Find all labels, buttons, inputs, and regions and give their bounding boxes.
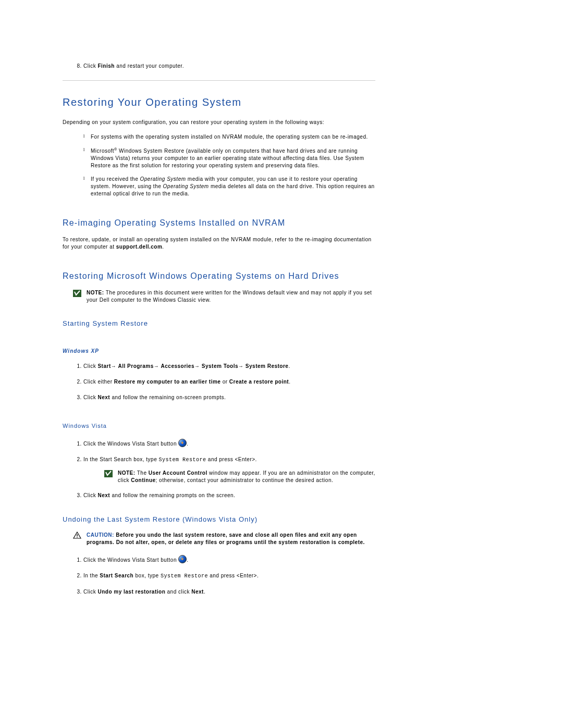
text: and follow the remaining prompts on the … [110,492,235,498]
code-text: System Restore [159,457,206,463]
text-bold: Accessories [161,363,194,369]
caution-text: CAUTION: Before you undo the last system… [87,532,375,546]
caution-label: CAUTION: [87,532,114,538]
xp-steps: Click Start→ All Programs→ Accessories→ … [63,362,375,402]
page-content: Click Finish and restart your computer. … [0,0,438,638]
support-link: support.dell.com [116,244,163,250]
heading-nvram: Re-imaging Operating Systems Installed o… [63,218,375,228]
undo-step-1: Click the Windows Vista Start button . [83,553,375,564]
text-bold: Next [97,394,110,400]
svg-rect-2 [77,534,77,536]
text: . [204,589,205,595]
bullet-nvram: For systems with the operating system in… [83,133,375,141]
vista-start-orb-icon [178,555,187,563]
text-bold: Next [97,492,110,498]
text: Windows System Restore (available only o… [91,148,364,168]
svg-rect-3 [77,537,77,537]
xp-step-1: Click Start→ All Programs→ Accessories→ … [83,362,375,371]
vista-step-2: In the Start Search box, type System Res… [83,455,375,484]
heading-windows-xp: Windows XP [63,348,375,354]
arrow: → [194,363,202,369]
text: and press <Enter>. [206,456,257,462]
xp-step-3: Click Next and follow the remaining on-s… [83,393,375,402]
vista-steps: Click the Windows Vista Start button . I… [63,437,375,500]
vista-step-3: Click Next and follow the remaining prom… [83,491,375,500]
xp-step-2: Click either Restore my computer to an e… [83,378,375,386]
heading-undo-restore: Undoing the Last System Restore (Windows… [63,515,375,523]
note-text: NOTE: The User Account Control window ma… [118,470,375,484]
note-icon [104,470,113,477]
text: . [288,363,290,369]
code-text: System Restore [161,573,208,579]
text: In the [83,573,100,578]
undo-step-3: Click Undo my last restoration and click… [83,588,375,596]
text-bold: Restore my computer to an earlier time [114,379,221,385]
heading-hard-drives: Restoring Microsoft Windows Operating Sy… [63,272,375,281]
text: Click the Windows Vista Start button [83,441,178,447]
text-bold: System Tools [202,363,238,369]
caution-undo: CAUTION: Before you undo the last system… [73,532,375,546]
section-divider [63,80,375,81]
caution-icon [73,532,81,539]
text: and follow the remaining on-screen promp… [110,394,226,400]
arrow: → [154,363,161,369]
text-bold: Undo my last restoration [97,589,165,595]
text: Click [83,63,97,69]
text-bold: Start Search [100,573,133,578]
prior-step-8: Click Finish and restart your computer. [83,63,375,70]
text: ; otherwise, contact your administrator … [156,477,334,483]
note-label: NOTE: [87,290,104,295]
text: Click the Windows Vista Start button [83,557,178,563]
text: or [221,379,229,385]
text: The procedures in this document were wri… [87,290,372,303]
text: box, type [133,573,161,578]
text: Click [83,492,97,498]
text: If you received the [91,176,140,182]
text: . [187,441,188,447]
text-bold: System Restore [246,363,289,369]
text: Click [83,363,97,369]
text-bold: Next [191,589,204,595]
vista-step-1: Click the Windows Vista Start button . [83,437,375,448]
vista-start-orb-icon [178,439,187,447]
text: Click either [83,379,114,385]
text-bold: Start [97,363,111,369]
text-bold: Create a restore point [229,379,289,385]
text: Microsoft [91,148,114,154]
text-bold: User Account Control [149,470,207,476]
text-italic: Operating System [163,183,209,189]
arrow: → [111,363,118,369]
text-bold: Before you undo the last system restore,… [87,532,365,545]
note-text: NOTE: The procedures in this document we… [87,289,375,304]
arrow: → [238,363,246,369]
intro-paragraph: Depending on your system configuration, … [63,119,375,126]
bullet-os-media: If you received the Operating System med… [83,176,375,198]
text-bold: All Programs [118,363,154,369]
text: and click [165,589,191,595]
heading-starting-restore: Starting System Restore [63,319,375,327]
note-uac: NOTE: The User Account Control window ma… [104,470,375,484]
note-default-view: NOTE: The procedures in this document we… [73,289,375,304]
text-bold: Continue [131,477,155,483]
text: . [289,379,290,385]
restore-options-list: For systems with the operating system in… [63,133,375,198]
text: To restore, update, or install an operat… [63,237,372,250]
text-bold: Finish [97,63,114,69]
heading-windows-vista: Windows Vista [63,423,375,429]
text: . [187,557,188,563]
text: The [136,470,149,476]
text: In the Start Search box, type [83,456,159,462]
text: and press <Enter>. [208,573,259,578]
nvram-body: To restore, update, or install an operat… [63,236,375,251]
text-italic: Operating System [140,176,186,182]
text: Click [83,394,97,400]
heading-restoring-os: Restoring Your Operating System [63,96,375,108]
prior-steps-list: Click Finish and restart your computer. [63,63,375,70]
text: and restart your computer. [115,63,184,69]
text: . [162,244,164,250]
note-icon [73,290,81,297]
note-label: NOTE: [118,470,136,476]
bullet-system-restore: Microsoft® Windows System Restore (avail… [83,147,375,169]
undo-steps: Click the Windows Vista Start button . I… [63,553,375,596]
undo-step-2: In the Start Search box, type System Res… [83,572,375,581]
